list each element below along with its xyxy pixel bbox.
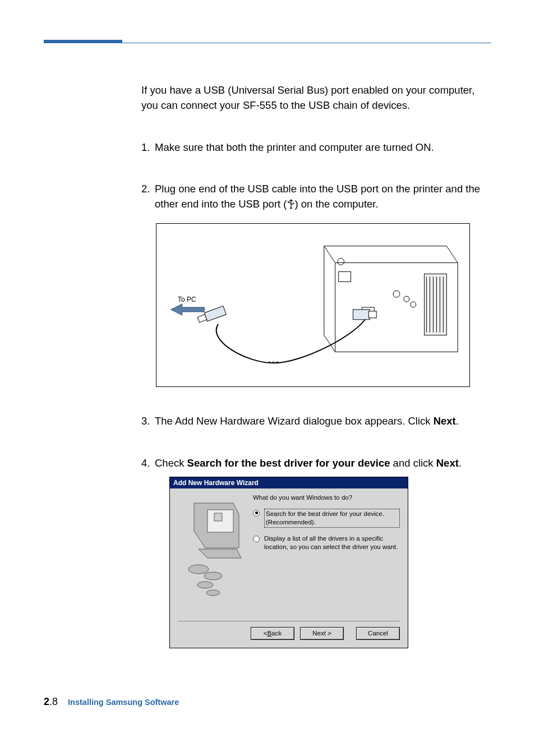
wizard-question: What do you want Windows to do?	[253, 494, 400, 501]
svg-rect-19	[368, 311, 376, 318]
wizard-computer-icon	[183, 497, 245, 598]
spacer	[141, 166, 489, 182]
printer-illustration	[156, 224, 469, 386]
wizard-body: What do you want Windows to do? Search f…	[170, 488, 408, 621]
intro-paragraph: If you have a USB (Universal Serial Bus)…	[141, 83, 489, 113]
step4-text-mid: and click	[390, 457, 436, 469]
header-rule	[44, 39, 491, 44]
svg-point-2	[287, 201, 289, 203]
svg-rect-18	[353, 310, 370, 320]
page-footer: 2.8 Installing Samsung Software	[44, 696, 179, 708]
footer-pagenum: 2.8	[44, 696, 58, 708]
radio-selected-icon[interactable]	[253, 510, 260, 517]
step-text: The Add New Hardware Wizard dialogue box…	[155, 414, 489, 429]
body-content: If you have a USB (Universal Serial Bus)…	[141, 83, 489, 648]
step4-bold1: Search for the best driver for your devi…	[187, 457, 390, 469]
spacer	[141, 440, 489, 456]
document-page: If you have a USB (Universal Serial Bus)…	[0, 0, 535, 756]
wizard-dialog: Add New Hardware Wizard	[169, 477, 408, 648]
footer-chapter: 2	[44, 696, 49, 707]
wizard-option-1-label: Search for the best driver for your devi…	[264, 509, 400, 528]
svg-point-0	[290, 208, 292, 209]
back-pre: <	[264, 630, 268, 637]
wizard-graphic	[178, 494, 250, 617]
cancel-button[interactable]: Cancel	[356, 627, 400, 640]
svg-rect-16	[204, 306, 226, 321]
svg-rect-21	[214, 513, 222, 521]
step-2: 2. Plug one end of the USB cable into th…	[141, 182, 489, 212]
step-text: Plug one end of the USB cable into the U…	[155, 182, 489, 212]
wizard-option-1[interactable]: Search for the best driver for your devi…	[253, 509, 400, 528]
wizard-titlebar: Add New Hardware Wizard	[170, 477, 408, 488]
figure-usb-connection: To PC	[156, 223, 470, 387]
wizard-option-2-label: Display a list of all the drivers in a s…	[264, 534, 400, 551]
wizard-content: What do you want Windows to do? Search f…	[250, 494, 400, 617]
header-rule-thick	[44, 40, 122, 43]
footer-title: Installing Samsung Software	[68, 698, 179, 707]
step-number: 3.	[141, 414, 155, 429]
wizard-button-row: < Back Next > Cancel	[170, 621, 408, 648]
step4-text-b: .	[459, 457, 462, 469]
step4-bold2: Next	[436, 457, 459, 469]
step3-text-a: The Add New Hardware Wizard dialogue box…	[155, 415, 433, 427]
back-button[interactable]: < Back	[251, 627, 294, 640]
figure-label-to-pc: To PC	[178, 296, 196, 303]
step-number: 1.	[141, 140, 155, 155]
svg-point-25	[206, 590, 220, 596]
step-4: 4. Check Search for the best driver for …	[141, 456, 489, 471]
svg-point-24	[197, 582, 213, 588]
step-text: Make sure that both the printer and comp…	[155, 140, 489, 155]
usb-icon	[287, 199, 295, 209]
radio-unselected-icon[interactable]	[253, 536, 260, 542]
next-button[interactable]: Next >	[300, 627, 344, 640]
svg-rect-17	[197, 315, 206, 322]
step-number: 2.	[141, 182, 155, 212]
footer-page: 8	[52, 696, 58, 707]
step-text: Check Search for the best driver for you…	[155, 456, 489, 471]
back-underline: B	[268, 630, 272, 637]
svg-point-23	[204, 572, 222, 580]
wizard-option-2[interactable]: Display a list of all the drivers in a s…	[253, 534, 400, 551]
step2-text-b: ) on the computer.	[295, 198, 379, 210]
svg-point-22	[188, 565, 209, 574]
step3-text-b: .	[456, 415, 459, 427]
step4-text-a: Check	[155, 457, 187, 469]
step-3: 3. The Add New Hardware Wizard dialogue …	[141, 414, 489, 429]
step3-bold: Next	[433, 415, 456, 427]
svg-rect-1	[293, 203, 294, 204]
back-post: ack	[271, 630, 282, 637]
step-1: 1. Make sure that both the printer and c…	[141, 140, 489, 155]
step-number: 4.	[141, 456, 155, 471]
